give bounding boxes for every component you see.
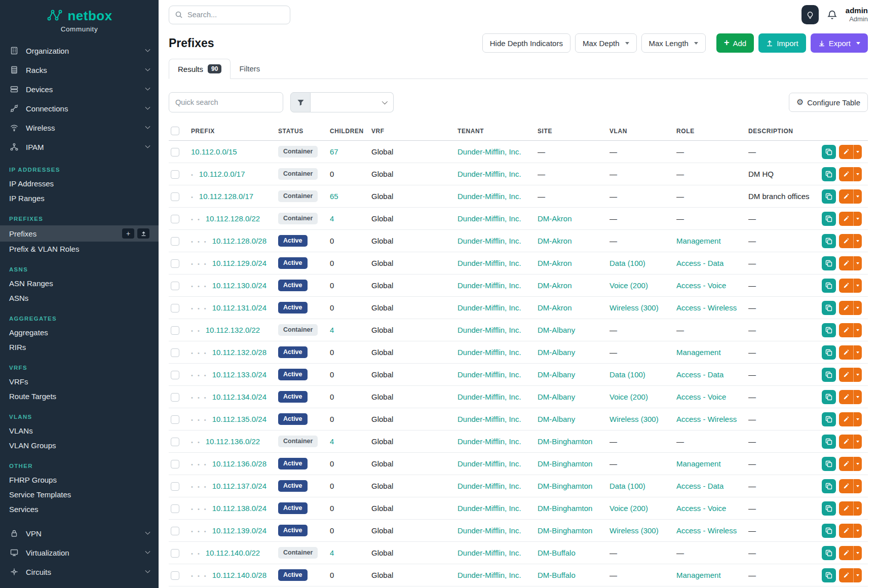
tenant-link[interactable]: Dunder-Mifflin, Inc. <box>457 482 521 490</box>
sidebar-item-prefixes[interactable]: Prefixes + <box>0 225 159 242</box>
row-checkbox[interactable] <box>171 571 179 580</box>
site-link[interactable]: DM-Albany <box>538 393 575 401</box>
row-checkbox[interactable] <box>171 371 179 379</box>
sidebar-item-vlans[interactable]: VLANs <box>0 423 159 438</box>
row-checkbox[interactable] <box>171 192 179 201</box>
vlan-link[interactable]: Wireless (300) <box>609 415 659 423</box>
row-checkbox[interactable] <box>171 482 179 491</box>
select-all-checkbox[interactable] <box>171 127 179 135</box>
tenant-link[interactable]: Dunder-Mifflin, Inc. <box>457 571 521 579</box>
vlan-link[interactable]: Data (100) <box>609 259 645 267</box>
edit-button[interactable] <box>839 145 853 159</box>
edit-dropdown-button[interactable] <box>853 256 862 270</box>
sidebar-item-vpn[interactable]: VPN <box>0 524 159 543</box>
role-link[interactable]: Access - Wireless <box>676 526 737 535</box>
row-checkbox[interactable] <box>171 326 179 335</box>
clone-button[interactable] <box>822 412 836 426</box>
sidebar-item-asn-ranges[interactable]: ASN Ranges <box>0 276 159 291</box>
saved-filter-select[interactable] <box>311 92 394 112</box>
edit-button[interactable] <box>839 167 853 181</box>
children-link[interactable]: 4 <box>330 214 334 223</box>
tenant-link[interactable]: Dunder-Mifflin, Inc. <box>457 326 521 334</box>
edit-dropdown-button[interactable] <box>853 479 862 493</box>
edit-button[interactable] <box>839 479 853 493</box>
vlan-link[interactable]: Wireless (300) <box>609 526 659 535</box>
row-checkbox[interactable] <box>171 170 179 179</box>
filter-funnel-button[interactable] <box>290 92 311 112</box>
clone-button[interactable] <box>822 435 836 449</box>
edit-dropdown-button[interactable] <box>853 145 862 159</box>
clone-button[interactable] <box>822 256 836 270</box>
row-checkbox[interactable] <box>171 348 179 357</box>
row-checkbox[interactable] <box>171 215 179 223</box>
edit-dropdown-button[interactable] <box>853 524 862 538</box>
tab-filters[interactable]: Filters <box>231 59 269 79</box>
prefix-link[interactable]: 10.112.132.0/28 <box>212 348 266 357</box>
edit-dropdown-button[interactable] <box>853 323 862 337</box>
edit-dropdown-button[interactable] <box>853 189 862 204</box>
hide-depth-indicators-button[interactable]: Hide Depth Indicators <box>482 33 570 53</box>
tenant-link[interactable]: Dunder-Mifflin, Inc. <box>457 303 521 312</box>
prefix-link[interactable]: 10.112.128.0/28 <box>212 237 266 245</box>
edit-dropdown-button[interactable] <box>853 412 862 426</box>
edit-button[interactable] <box>839 256 853 270</box>
children-link[interactable]: 4 <box>330 548 334 557</box>
brand[interactable]: netbox Community <box>0 0 159 34</box>
sidebar-item-prefix-vlan-roles[interactable]: Prefix & VLAN Roles <box>0 242 159 256</box>
site-link[interactable]: DM-Akron <box>538 259 572 267</box>
prefix-link[interactable]: 10.112.133.0/24 <box>212 370 266 379</box>
edit-dropdown-button[interactable] <box>853 568 862 582</box>
row-checkbox[interactable] <box>171 259 179 268</box>
role-link[interactable]: Access - Voice <box>676 281 726 290</box>
sidebar-item-vlan-groups[interactable]: VLAN Groups <box>0 438 159 453</box>
role-link[interactable]: Management <box>676 348 721 357</box>
role-link[interactable]: Management <box>676 571 721 579</box>
row-checkbox[interactable] <box>171 237 179 246</box>
column-header-site[interactable]: SITE <box>538 122 609 141</box>
sidebar-item-ipam[interactable]: IPAM <box>0 137 159 156</box>
column-header-prefix[interactable]: PREFIX <box>191 122 278 141</box>
sidebar-item-rirs[interactable]: RIRs <box>0 340 159 355</box>
tenant-link[interactable]: Dunder-Mifflin, Inc. <box>457 526 521 535</box>
import-button[interactable]: Import <box>758 33 806 53</box>
row-checkbox[interactable] <box>171 282 179 290</box>
edit-dropdown-button[interactable] <box>853 546 862 560</box>
edit-button[interactable] <box>839 234 853 248</box>
theme-toggle-button[interactable] <box>801 5 819 24</box>
column-header-role[interactable]: ROLE <box>676 122 748 141</box>
prefix-link[interactable]: 10.112.140.0/28 <box>212 571 266 579</box>
edit-dropdown-button[interactable] <box>853 345 862 360</box>
edit-button[interactable] <box>839 189 853 204</box>
tenant-link[interactable]: Dunder-Mifflin, Inc. <box>457 393 521 401</box>
prefix-link[interactable]: 10.112.130.0/24 <box>212 281 266 290</box>
role-link[interactable]: Management <box>676 459 721 468</box>
clone-button[interactable] <box>822 390 836 404</box>
site-link[interactable]: DM-Akron <box>538 303 572 312</box>
row-checkbox[interactable] <box>171 415 179 424</box>
tenant-link[interactable]: Dunder-Mifflin, Inc. <box>457 548 521 557</box>
edit-button[interactable] <box>839 279 853 293</box>
row-checkbox[interactable] <box>171 549 179 558</box>
site-link[interactable]: DM-Binghamton <box>538 504 592 513</box>
children-link[interactable]: 65 <box>330 192 338 201</box>
sidebar-item-asns[interactable]: ASNs <box>0 291 159 305</box>
role-link[interactable]: Access - Voice <box>676 393 726 401</box>
tenant-link[interactable]: Dunder-Mifflin, Inc. <box>457 437 521 446</box>
prefix-link[interactable]: 10.112.0.0/15 <box>191 147 237 156</box>
row-checkbox[interactable] <box>171 148 179 156</box>
edit-dropdown-button[interactable] <box>853 368 862 382</box>
site-link[interactable]: DM-Binghamton <box>538 437 592 446</box>
quick-search-input[interactable] <box>169 92 283 112</box>
clone-button[interactable] <box>822 301 836 315</box>
site-link[interactable]: DM-Akron <box>538 281 572 290</box>
row-checkbox[interactable] <box>171 460 179 468</box>
sidebar-item-route-targets[interactable]: Route Targets <box>0 389 159 404</box>
add-button[interactable]: +Add <box>716 33 754 53</box>
role-link[interactable]: Access - Wireless <box>676 303 737 312</box>
prefix-link[interactable]: 10.112.134.0/24 <box>212 393 266 401</box>
edit-dropdown-button[interactable] <box>853 435 862 449</box>
edit-button[interactable] <box>839 390 853 404</box>
edit-button[interactable] <box>839 524 853 538</box>
notifications-bell-icon[interactable] <box>827 10 837 20</box>
vlan-link[interactable]: Voice (200) <box>609 281 648 290</box>
